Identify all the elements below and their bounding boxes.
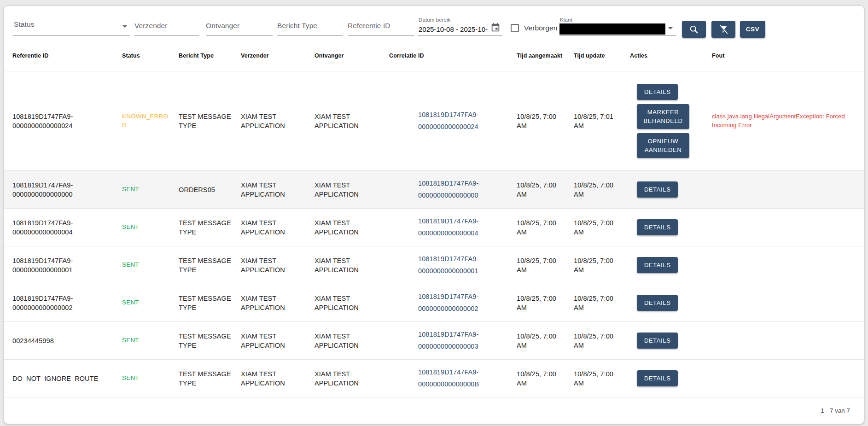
status-filter-label: Status <box>14 20 35 29</box>
ontvanger-filter-field <box>206 14 273 36</box>
correlatie-id-link[interactable]: 1081819D1747FA9-000000000000000B <box>418 367 509 390</box>
ontvanger-input[interactable] <box>206 19 273 33</box>
calendar-icon[interactable] <box>490 23 501 34</box>
cell-acties: DETAILS <box>630 370 712 386</box>
table-row: 1081819D1747FA9-0000000000000001 SENT TE… <box>4 246 864 284</box>
status-badge: SENT <box>122 298 179 307</box>
details-button[interactable]: DETAILS <box>637 181 678 198</box>
table-row: 1081819D1747FA9-0000000000000002 SENT TE… <box>4 284 864 321</box>
cell-bericht-type: TEST MESSAGE TYPE <box>179 369 241 388</box>
cell-fout: class java.lang.IllegalArgumentException… <box>712 112 856 130</box>
paginator-range-label: 1 - 7 van 7 <box>821 407 850 414</box>
datum-bereik-filter-field: Datum bereik <box>418 14 502 36</box>
csv-export-button[interactable]: CSV <box>740 21 765 38</box>
status-badge: SENT <box>122 223 179 232</box>
cell-tijd-update: 10/8/25, 7:00 AM <box>574 181 630 199</box>
col-header-correlatie-id: Correlatie ID <box>389 53 517 59</box>
col-header-acties: Acties <box>630 53 712 59</box>
clear-filters-button[interactable] <box>711 21 735 38</box>
cell-tijd-aangemaakt: 10/8/25, 7:00 AM <box>517 369 574 388</box>
status-filter-select[interactable]: Status <box>13 14 130 36</box>
correlatie-id-link[interactable]: 1081819D1747FA9-0000000000000004 <box>418 216 509 239</box>
cell-tijd-aangemaakt: 10/8/25, 7:00 AM <box>517 294 574 312</box>
verzender-input[interactable] <box>134 19 199 33</box>
cell-tijd-update: 10/8/25, 7:00 AM <box>574 294 630 312</box>
markeer-behandeld-button[interactable]: MARKEER BEHANDELD <box>637 104 689 129</box>
col-header-bericht-type: Bericht Type <box>179 53 241 59</box>
cell-bericht-type: TEST MESSAGE TYPE <box>179 218 241 237</box>
cell-tijd-update: 10/8/25, 7:01 AM <box>574 112 630 130</box>
cell-tijd-aangemaakt: 10/8/25, 7:00 AM <box>517 256 574 274</box>
correlatie-id-link[interactable]: 1081819D1747FA9-0000000000000001 <box>418 253 509 277</box>
cell-ontvanger: XIAM TEST APPLICATION <box>315 218 389 237</box>
verborgen-checkbox[interactable] <box>511 24 519 32</box>
details-button[interactable]: DETAILS <box>637 84 678 100</box>
details-button[interactable]: DETAILS <box>637 219 678 235</box>
cell-tijd-update: 10/8/25, 7:00 AM <box>574 218 630 237</box>
status-badge: SENT <box>122 185 179 194</box>
cell-bericht-type: TEST MESSAGE TYPE <box>179 294 241 312</box>
col-header-fout: Fout <box>712 53 856 59</box>
cell-verzender: XIAM TEST APPLICATION <box>241 218 315 237</box>
cell-acties: DETAILS <box>630 257 712 273</box>
chevron-down-icon <box>122 25 127 28</box>
cell-bericht-type: TEST MESSAGE TYPE <box>179 256 241 274</box>
cell-bericht-type: TEST MESSAGE TYPE <box>179 112 241 130</box>
cell-tijd-update: 10/8/25, 7:00 AM <box>574 369 630 388</box>
details-button[interactable]: DETAILS <box>637 295 678 311</box>
status-badge: SENT <box>122 336 179 345</box>
col-header-ontvanger: Ontvanger <box>315 53 389 59</box>
klant-redacted-value <box>559 23 665 35</box>
details-button[interactable]: DETAILS <box>637 370 678 386</box>
search-button[interactable] <box>682 21 706 38</box>
status-badge: KNOWN_ERROR <box>122 112 179 129</box>
datum-bereik-input[interactable] <box>419 24 488 34</box>
csv-button-label: CSV <box>746 26 759 33</box>
cell-acties: DETAILS <box>630 295 712 311</box>
col-header-tijd-update: Tijd update <box>574 53 630 59</box>
cell-acties: DETAILS <box>630 333 712 349</box>
cell-tijd-update: 10/8/25, 7:00 AM <box>574 332 630 350</box>
cell-bericht-type: ORDERS05 <box>179 185 241 194</box>
status-badge: SENT <box>122 374 179 383</box>
table-row: 1081819D1747FA9-0000000000000024 KNOWN_E… <box>4 71 864 170</box>
cell-ontvanger: XIAM TEST APPLICATION <box>315 332 389 350</box>
klant-filter-select[interactable]: Klant <box>559 14 676 36</box>
table-body: 1081819D1747FA9-0000000000000024 KNOWN_E… <box>4 71 864 397</box>
status-badge: SENT <box>122 261 179 269</box>
table-row: 1081819D1747FA9-0000000000000000 SENT OR… <box>4 170 864 208</box>
details-button[interactable]: DETAILS <box>637 257 678 273</box>
correlatie-id-link[interactable]: 1081819D1747FA9-0000000000000002 <box>418 291 509 315</box>
cell-acties: DETAILS <box>630 181 712 198</box>
col-header-status: Status <box>122 53 179 59</box>
table-row: DO_NOT_IGNORE_ROUTE SENT TEST MESSAGE TY… <box>4 359 864 397</box>
bericht-type-input[interactable] <box>277 19 343 33</box>
cell-acties: DETAILS <box>630 219 712 235</box>
cell-referentie-id: 1081819D1747FA9-0000000000000001 <box>12 256 122 274</box>
referentie-id-input[interactable] <box>348 19 414 33</box>
cell-referentie-id: DO_NOT_IGNORE_ROUTE <box>12 374 122 383</box>
col-header-tijd-aangemaakt: Tijd aangemaakt <box>517 53 574 59</box>
correlatie-id-link[interactable]: 1081819D1747FA9-0000000000000003 <box>418 329 509 352</box>
cell-tijd-aangemaakt: 10/8/25, 7:00 AM <box>517 112 574 130</box>
correlatie-id-link[interactable]: 1081819D1747FA9-0000000000000024 <box>418 109 509 133</box>
correlatie-id-link[interactable]: 1081819D1747FA9-0000000000000000 <box>418 178 509 201</box>
cell-ontvanger: XIAM TEST APPLICATION <box>315 181 389 199</box>
paginator: 1 - 7 van 7 <box>4 397 864 423</box>
details-button[interactable]: DETAILS <box>637 333 678 349</box>
cell-referentie-id: 1081819D1747FA9-0000000000000002 <box>12 294 122 312</box>
opnieuw-aanbieden-button[interactable]: OPNIEUW AANBIEDEN <box>637 133 689 158</box>
table-row: 00234445998 SENT TEST MESSAGE TYPE XIAM … <box>4 321 864 359</box>
cell-verzender: XIAM TEST APPLICATION <box>241 112 315 130</box>
col-header-verzender: Verzender <box>241 53 315 59</box>
cell-verzender: XIAM TEST APPLICATION <box>241 332 315 350</box>
col-header-referentie-id: Referentie ID <box>12 53 122 59</box>
search-icon <box>689 24 699 35</box>
klant-label: Klant <box>560 17 572 23</box>
cell-referentie-id: 1081819D1747FA9-0000000000000000 <box>12 181 122 199</box>
cell-ontvanger: XIAM TEST APPLICATION <box>315 294 389 312</box>
filter-bar: Status Datum bereik Verborgen <box>4 6 864 41</box>
cell-referentie-id: 1081819D1747FA9-0000000000000024 <box>12 112 122 130</box>
cell-tijd-aangemaakt: 10/8/25, 7:00 AM <box>517 332 574 350</box>
cell-tijd-update: 10/8/25, 7:00 AM <box>574 256 630 274</box>
